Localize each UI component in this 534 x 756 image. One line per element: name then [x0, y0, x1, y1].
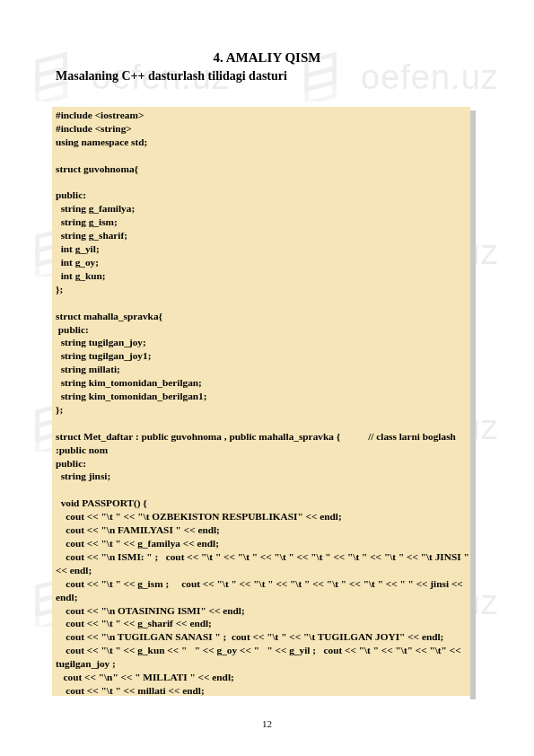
code-line: string g_sharif;: [56, 229, 478, 242]
code-line: cout << "\n TUGILGAN SANASI " ; cout << …: [56, 630, 478, 644]
code-line: string millati;: [56, 363, 478, 376]
code-line: int g_yil;: [56, 242, 478, 256]
code-line: [56, 296, 478, 310]
code-line: cout << "\n ISMI: " ; cout << "\t " << "…: [56, 550, 478, 577]
code-line: cout << "\n OTASINING ISMI" << endl;: [56, 604, 478, 618]
code-line: cout << "\n" << " MILLATI " << endl;: [56, 671, 478, 684]
page-number: 12: [0, 718, 534, 729]
code-line: string kim_tomonidan_berilgan;: [56, 376, 478, 390]
code-line: void PASSPORT() {: [56, 497, 478, 510]
code-line: int g_kun;: [56, 269, 478, 283]
code-line: string g_familya;: [56, 202, 478, 215]
code-line: string tugilgan_joy;: [56, 336, 478, 349]
code-line: cout << "\t " << g_kun << " " << g_oy <<…: [56, 644, 478, 671]
code-line: string g_ism;: [56, 215, 478, 229]
code-line: struct mahalla_spravka{: [56, 310, 478, 323]
code-line: cout << "\t " << g_familya << endl;: [56, 537, 478, 550]
code-line: string tugilgan_joy1;: [56, 349, 478, 363]
code-line: cout << "\t " << g_sharif << endl;: [56, 617, 478, 630]
code-line: string kim_tomonidan_berilgan1;: [56, 390, 478, 403]
code-line: string jinsi;: [56, 470, 478, 483]
code-line: cout << "\t " << "\t OZBEKISTON RESPUBLI…: [56, 510, 478, 523]
code-line: public:: [56, 189, 478, 202]
code-block: #include <iostream>#include <string>usin…: [56, 109, 478, 698]
code-line: };: [56, 283, 478, 296]
code-line: [56, 149, 478, 163]
code-line: struct guvohnoma{: [56, 163, 478, 176]
code-line: public:: [56, 323, 478, 337]
code-line: cout << "\n FAMILYASI " << endl;: [56, 523, 478, 537]
code-line: #include <iostream>: [56, 109, 478, 122]
code-line: [56, 483, 478, 497]
code-line: [56, 176, 478, 189]
code-line: };: [56, 403, 478, 417]
code-line: [56, 417, 478, 430]
code-line: using namespace std;: [56, 136, 478, 149]
code-lines-container: #include <iostream>#include <string>usin…: [56, 109, 478, 698]
code-line: cout << "\t " << g_ism ; cout << "\t " <…: [56, 577, 478, 604]
page-content: 4. AMALIY QISM Masalaning C++ dasturlash…: [0, 0, 534, 716]
code-line: struct Met_daftar : public guvohnoma , p…: [56, 430, 478, 457]
code-line: int g_oy;: [56, 256, 478, 269]
section-heading: 4. AMALIY QISM: [56, 50, 478, 66]
code-line: public:: [56, 457, 478, 470]
code-line: #include <string>: [56, 122, 478, 136]
code-line: cout << "\t " << millati << endl;: [56, 684, 478, 698]
section-subheading: Masalaning C++ dasturlash tilidagi dastu…: [56, 69, 478, 84]
